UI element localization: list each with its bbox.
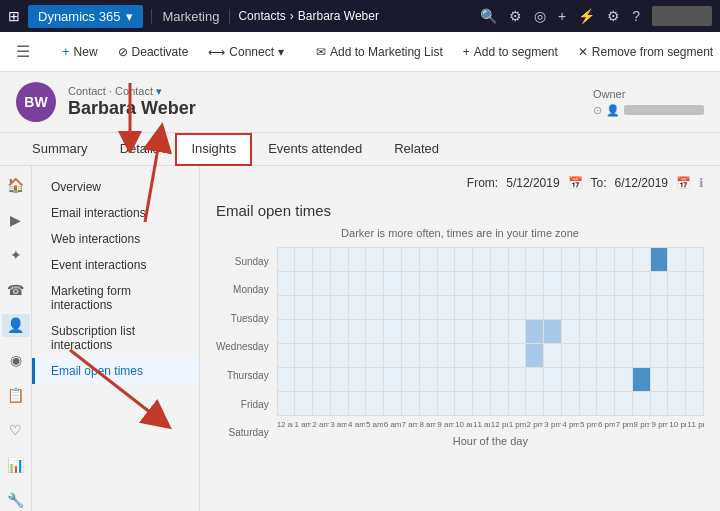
heatmap-cell xyxy=(295,296,312,319)
sidebar-icon-chart[interactable]: 📊 xyxy=(2,453,30,476)
connect-button[interactable]: ⟷ Connect ▾ xyxy=(200,41,292,63)
module-name[interactable]: Marketing xyxy=(151,9,230,24)
contact-type-dropdown[interactable]: ▾ xyxy=(156,85,162,97)
gear-icon[interactable]: ⚙ xyxy=(607,8,620,24)
heatmap-cell xyxy=(331,320,348,343)
to-calendar-icon[interactable]: 📅 xyxy=(676,176,691,190)
heatmap-y-labels: Sunday Monday Tuesday Wednesday Thursday… xyxy=(216,247,277,447)
sidebar-icon-home[interactable]: 🏠 xyxy=(2,174,30,197)
label-wednesday: Wednesday xyxy=(216,335,269,359)
heatmap-cell xyxy=(651,320,668,343)
tab-summary[interactable]: Summary xyxy=(16,133,104,166)
breadcrumb-contact-name: Barbara Weber xyxy=(298,9,379,23)
sidebar-icon-heart[interactable]: ♡ xyxy=(2,418,30,441)
heatmap-cell xyxy=(686,344,703,367)
heatmap-x-labels: 12 am1 am2 am3 am4 am5 am6 am7 am8 am9 a… xyxy=(277,420,704,429)
heatmap-cell xyxy=(491,320,508,343)
avatar: BW xyxy=(16,82,56,122)
search-icon[interactable]: 🔍 xyxy=(480,8,497,24)
user-avatar[interactable] xyxy=(652,6,712,26)
tab-related[interactable]: Related xyxy=(378,133,455,166)
x-axis-title: Hour of the day xyxy=(277,435,704,447)
location-icon[interactable]: ◎ xyxy=(534,8,546,24)
nav-web[interactable]: Web interactions xyxy=(32,226,199,252)
heatmap-cell xyxy=(491,392,508,415)
sidebar-icon-settings[interactable]: 🔧 xyxy=(2,488,30,511)
from-calendar-icon[interactable]: 📅 xyxy=(568,176,583,190)
help-icon[interactable]: ? xyxy=(632,8,640,24)
nav-email[interactable]: Email interactions xyxy=(32,200,199,226)
add-marketing-list-button[interactable]: ✉ Add to Marketing List xyxy=(308,41,451,63)
heatmap-cell xyxy=(473,248,490,271)
nav-marketing[interactable]: Marketing form interactions xyxy=(32,278,199,318)
heatmap-cell xyxy=(313,392,330,415)
heatmap-cell xyxy=(526,392,543,415)
sidebar-icon-list[interactable]: 📋 xyxy=(2,383,30,406)
sidebar-icon-star[interactable]: ✦ xyxy=(2,244,30,267)
plus-icon[interactable]: + xyxy=(558,8,566,24)
heatmap-cell xyxy=(438,320,455,343)
heatmap-cell xyxy=(562,392,579,415)
heatmap-cell xyxy=(509,392,526,415)
heatmap-cell xyxy=(366,368,383,391)
heatmap-cell xyxy=(349,272,366,295)
heatmap-cell xyxy=(455,248,472,271)
add-segment-icon: + xyxy=(463,45,470,59)
heatmap-cell xyxy=(402,368,419,391)
filter-icon[interactable]: ⚡ xyxy=(578,8,595,24)
heatmap-cell xyxy=(668,392,685,415)
heatmap-cell xyxy=(491,368,508,391)
sidebar-icon-phone[interactable]: ☎ xyxy=(2,279,30,302)
heatmap-cell xyxy=(686,368,703,391)
nav-event[interactable]: Event interactions xyxy=(32,252,199,278)
heatmap-cell xyxy=(278,368,295,391)
heatmap-cell xyxy=(509,272,526,295)
settings-circle-icon[interactable]: ⚙ xyxy=(509,8,522,24)
top-nav-bar: ⊞ Dynamics 365 ▾ Marketing Contacts › Ba… xyxy=(0,0,720,32)
heatmap-cell xyxy=(331,392,348,415)
hamburger-icon[interactable]: ☰ xyxy=(8,38,38,65)
heatmap-cell xyxy=(651,272,668,295)
heatmap-cell xyxy=(651,248,668,271)
remove-segment-button[interactable]: ✕ Remove from segment xyxy=(570,41,720,63)
sidebar-icon-play[interactable]: ▶ xyxy=(2,209,30,232)
add-segment-button[interactable]: + Add to segment xyxy=(455,41,566,63)
sidebar-icon-circle[interactable]: ◉ xyxy=(2,349,30,372)
breadcrumb-contacts[interactable]: Contacts xyxy=(238,9,285,23)
to-date[interactable]: 6/12/2019 xyxy=(615,176,668,190)
nav-subscription[interactable]: Subscription list interactions xyxy=(32,318,199,358)
x-label: 7 pm xyxy=(616,420,633,429)
x-label: 12 am xyxy=(277,420,294,429)
heatmap-cell xyxy=(615,272,632,295)
heatmap-cell xyxy=(544,392,561,415)
heatmap-cell xyxy=(526,248,543,271)
x-label: 12 pm xyxy=(491,420,508,429)
tab-events[interactable]: Events attended xyxy=(252,133,378,166)
deactivate-button[interactable]: ⊘ Deactivate xyxy=(110,41,197,63)
label-tuesday: Tuesday xyxy=(216,306,269,330)
sidebar-icon-person[interactable]: 👤 xyxy=(2,314,30,337)
heatmap-cell xyxy=(438,296,455,319)
insights-nav: Overview Email interactions Web interact… xyxy=(32,166,200,511)
nav-overview[interactable]: Overview xyxy=(32,174,199,200)
tab-insights[interactable]: Insights xyxy=(175,133,252,166)
from-date[interactable]: 5/12/2019 xyxy=(506,176,559,190)
new-button[interactable]: + New xyxy=(54,40,106,63)
app-name-button[interactable]: Dynamics 365 ▾ xyxy=(28,5,143,28)
tab-details[interactable]: Details xyxy=(104,133,176,166)
heatmap-cell xyxy=(349,368,366,391)
heatmap-cell xyxy=(491,248,508,271)
connect-dropdown-icon: ▾ xyxy=(278,45,284,59)
heatmap-cell xyxy=(402,272,419,295)
info-icon[interactable]: ℹ xyxy=(699,176,704,190)
contact-right: Owner ⊙ 👤 xyxy=(593,88,704,117)
heatmap-cell xyxy=(349,248,366,271)
heatmap-cell xyxy=(473,296,490,319)
contact-left: BW Contact · Contact ▾ Barbara Weber xyxy=(16,82,196,122)
nav-email-open[interactable]: Email open times xyxy=(32,358,199,384)
heatmap-cell xyxy=(597,248,614,271)
grid-icon[interactable]: ⊞ xyxy=(8,8,20,24)
heatmap-cell xyxy=(420,272,437,295)
heatmap-cell xyxy=(313,320,330,343)
person-icon: 👤 xyxy=(606,104,620,117)
